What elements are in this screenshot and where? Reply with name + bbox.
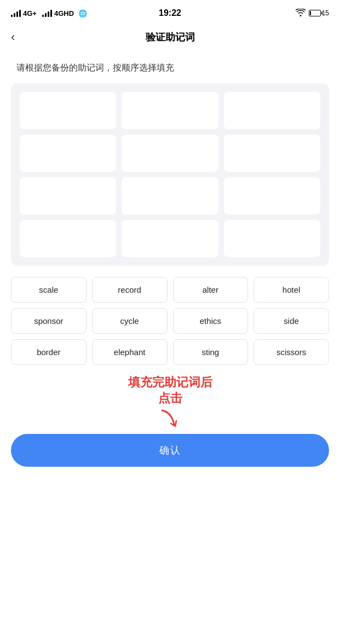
grid-cell-11[interactable] — [122, 220, 218, 257]
network1-label: 4G+ — [23, 9, 37, 18]
word-btn-scale[interactable]: scale — [11, 277, 87, 303]
status-right: 15 — [296, 9, 329, 18]
signal2-icon — [42, 9, 52, 17]
status-network: 4G+ 4GHD 🌐 — [11, 9, 87, 18]
battery-level: 15 — [322, 9, 329, 17]
back-button[interactable]: ‹ — [11, 31, 15, 43]
grid-cell-12[interactable] — [224, 220, 320, 257]
instructions-text: 请根据您备份的助记词，按顺序选择填充 — [0, 50, 340, 83]
page-title: 验证助记词 — [146, 31, 195, 44]
grid-cell-5[interactable] — [122, 135, 218, 172]
word-btn-border[interactable]: border — [11, 339, 87, 365]
network2-label: 4GHD — [54, 9, 74, 18]
word-btn-sponsor[interactable]: sponsor — [11, 308, 87, 334]
word-btn-alter[interactable]: alter — [173, 277, 249, 303]
status-time: 19:22 — [159, 8, 181, 18]
word-btn-record[interactable]: record — [92, 277, 168, 303]
grid-cell-2[interactable] — [122, 92, 218, 129]
wifi-icon — [296, 9, 306, 18]
word-btn-elephant[interactable]: elephant — [92, 339, 168, 365]
word-btn-sting[interactable]: sting — [173, 339, 249, 365]
grid-cell-10[interactable] — [20, 220, 116, 257]
wechat-icon: 🌐 — [78, 9, 87, 18]
word-buttons-section: scale record alter hotel sponsor cycle e… — [0, 266, 340, 370]
word-btn-ethics[interactable]: ethics — [173, 308, 249, 334]
annotation-overlay: 填充完助记词后 点击 — [0, 370, 340, 425]
mnemonic-grid — [11, 83, 329, 266]
grid-cell-8[interactable] — [122, 177, 218, 214]
status-bar: 4G+ 4GHD 🌐 19:22 15 — [0, 0, 340, 24]
word-btn-hotel[interactable]: hotel — [253, 277, 329, 303]
confirm-section: 确认 — [0, 425, 340, 483]
word-btn-scissors[interactable]: scissors — [253, 339, 329, 365]
grid-cell-9[interactable] — [224, 177, 320, 214]
grid-cell-4[interactable] — [20, 135, 116, 172]
word-btn-side[interactable]: side — [253, 308, 329, 334]
battery-icon — [309, 10, 321, 16]
header: ‹ 验证助记词 — [0, 24, 340, 50]
grid-cell-1[interactable] — [20, 92, 116, 129]
grid-cell-3[interactable] — [224, 92, 320, 129]
annotation-text: 填充完助记词后 点击 — [11, 375, 329, 406]
battery-indicator: 15 — [309, 9, 329, 17]
word-btn-cycle[interactable]: cycle — [92, 308, 168, 334]
signal-icon — [11, 9, 21, 17]
confirm-button[interactable]: 确认 — [11, 434, 329, 467]
grid-cell-6[interactable] — [224, 135, 320, 172]
grid-cell-7[interactable] — [20, 177, 116, 214]
